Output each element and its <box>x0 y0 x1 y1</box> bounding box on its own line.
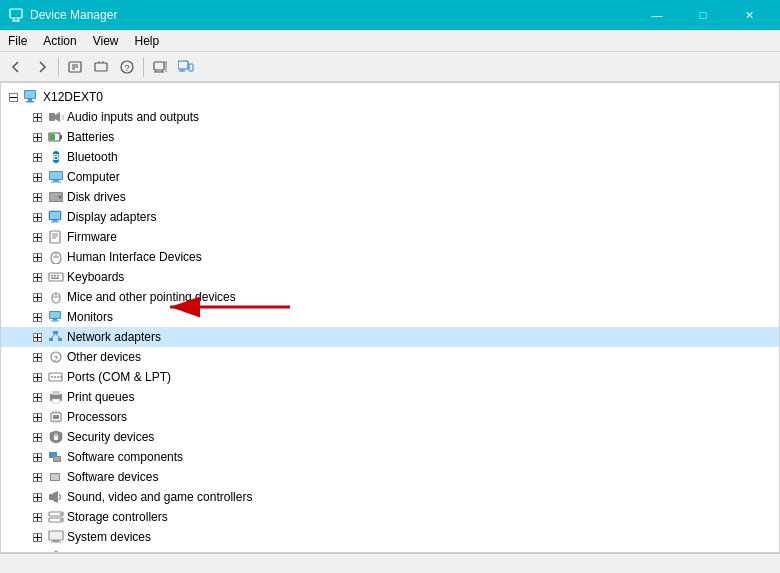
svg-rect-82 <box>49 273 63 281</box>
window-controls[interactable]: — □ ✕ <box>634 0 772 30</box>
print-icon <box>48 389 64 405</box>
expand-root[interactable] <box>5 89 21 105</box>
menu-help[interactable]: Help <box>127 30 168 51</box>
storage-icon <box>48 509 64 525</box>
tree-item-print[interactable]: Print queues <box>1 387 779 407</box>
other-icon: ? <box>48 349 64 365</box>
status-bar <box>0 553 780 573</box>
tree-item-security[interactable]: Security devices <box>1 427 779 447</box>
tree-root-item[interactable]: X12DEXT0 <box>1 87 779 107</box>
expand-keyboards[interactable] <box>29 269 45 285</box>
tree-item-system[interactable]: System devices <box>1 527 779 547</box>
svg-text:?: ? <box>124 63 129 73</box>
menu-action[interactable]: Action <box>35 30 84 51</box>
expand-sound[interactable] <box>29 489 45 505</box>
close-button[interactable]: ✕ <box>726 0 772 30</box>
svg-marker-158 <box>53 491 58 503</box>
svg-marker-33 <box>55 112 60 122</box>
expand-display[interactable] <box>29 209 45 225</box>
expand-security[interactable] <box>29 429 45 445</box>
svg-rect-69 <box>50 231 60 243</box>
svg-rect-126 <box>52 399 60 403</box>
display-label: Display adapters <box>67 210 156 224</box>
expand-batteries[interactable] <box>29 129 45 145</box>
tree-item-mice[interactable]: Mice and other pointing devices <box>1 287 779 307</box>
svg-text:)))): )))) <box>61 114 64 120</box>
tree-item-other[interactable]: ? Other devices <box>1 347 779 367</box>
tree-item-firmware[interactable]: Firmware <box>1 227 779 247</box>
tree-item-softwarecomp[interactable]: Software components <box>1 447 779 467</box>
tree-item-processors[interactable]: Processors <box>1 407 779 427</box>
expand-system[interactable] <box>29 529 45 545</box>
tree-item-softwaredev[interactable]: Software devices <box>1 467 779 487</box>
tree-item-disk[interactable]: Disk drives <box>1 187 779 207</box>
svg-rect-39 <box>60 135 62 139</box>
expand-storage[interactable] <box>29 509 45 525</box>
network-label: Network adapters <box>67 330 161 344</box>
expand-network[interactable] <box>29 329 45 345</box>
svg-rect-51 <box>53 180 59 182</box>
svg-rect-64 <box>53 220 57 222</box>
scan-hardware-button[interactable] <box>148 55 172 79</box>
mice-icon <box>48 289 64 305</box>
svg-rect-172 <box>51 542 61 543</box>
svg-line-107 <box>56 334 61 338</box>
device-manager-button[interactable] <box>174 55 198 79</box>
properties-button[interactable] <box>63 55 87 79</box>
tree-item-display[interactable]: Display adapters <box>1 207 779 227</box>
tree-item-keyboards[interactable]: Keyboards <box>1 267 779 287</box>
tree-item-computer[interactable]: Computer <box>1 167 779 187</box>
expand-processors[interactable] <box>29 409 45 425</box>
tree-item-ports[interactable]: Ports (COM & LPT) <box>1 367 779 387</box>
tree-item-bluetooth[interactable]: B Bluetooth <box>1 147 779 167</box>
svg-rect-98 <box>53 319 57 321</box>
hid-label: Human Interface Devices <box>67 250 202 264</box>
expand-hid[interactable] <box>29 249 45 265</box>
expand-disk[interactable] <box>29 189 45 205</box>
expand-computer[interactable] <box>29 169 45 185</box>
expand-mice[interactable] <box>29 289 45 305</box>
tree-item-sound[interactable]: Sound, video and game controllers <box>1 487 779 507</box>
audio-label: Audio inputs and outputs <box>67 110 199 124</box>
svg-rect-125 <box>52 391 60 395</box>
svg-rect-97 <box>50 312 60 318</box>
update-driver-button[interactable] <box>89 55 113 79</box>
svg-rect-157 <box>49 494 53 500</box>
expand-print[interactable] <box>29 389 45 405</box>
computer-icon <box>48 169 64 185</box>
expand-other[interactable] <box>29 349 45 365</box>
expand-monitors[interactable] <box>29 309 45 325</box>
ports-label: Ports (COM & LPT) <box>67 370 171 384</box>
tree-item-audio[interactable]: )))) Audio inputs and outputs <box>1 107 779 127</box>
sound-label: Sound, video and game controllers <box>67 490 252 504</box>
expand-audio[interactable] <box>29 109 45 125</box>
back-button[interactable] <box>4 55 28 79</box>
tree-item-network[interactable]: Network adapters <box>1 327 779 347</box>
maximize-button[interactable]: □ <box>680 0 726 30</box>
expand-softwaredev[interactable] <box>29 469 45 485</box>
device-tree-panel[interactable]: X12DEXT0 )))) Audio inputs and outputs <box>0 82 780 553</box>
toolbar: ? <box>0 52 780 82</box>
help-button[interactable]: ? <box>115 55 139 79</box>
svg-rect-84 <box>54 275 56 277</box>
tree-item-storage[interactable]: Storage controllers <box>1 507 779 527</box>
minimize-button[interactable]: — <box>634 0 680 30</box>
svg-point-119 <box>57 376 59 378</box>
expand-ports[interactable] <box>29 369 45 385</box>
svg-rect-170 <box>50 532 62 539</box>
tree-item-hid[interactable]: Human Interface Devices <box>1 247 779 267</box>
batteries-label: Batteries <box>67 130 114 144</box>
tree-item-batteries[interactable]: Batteries <box>1 127 779 147</box>
computer-icon <box>24 89 40 105</box>
tree-item-monitors[interactable]: Monitors <box>1 307 779 327</box>
title-bar: Device Manager — □ ✕ <box>0 0 780 30</box>
menu-view[interactable]: View <box>85 30 127 51</box>
forward-button[interactable] <box>30 55 54 79</box>
battery-icon <box>48 129 64 145</box>
menu-file[interactable]: File <box>0 30 35 51</box>
expand-softwarecomp[interactable] <box>29 449 45 465</box>
expand-bluetooth[interactable] <box>29 149 45 165</box>
svg-rect-50 <box>50 172 62 179</box>
expand-firmware[interactable] <box>29 229 45 245</box>
processors-label: Processors <box>67 410 127 424</box>
